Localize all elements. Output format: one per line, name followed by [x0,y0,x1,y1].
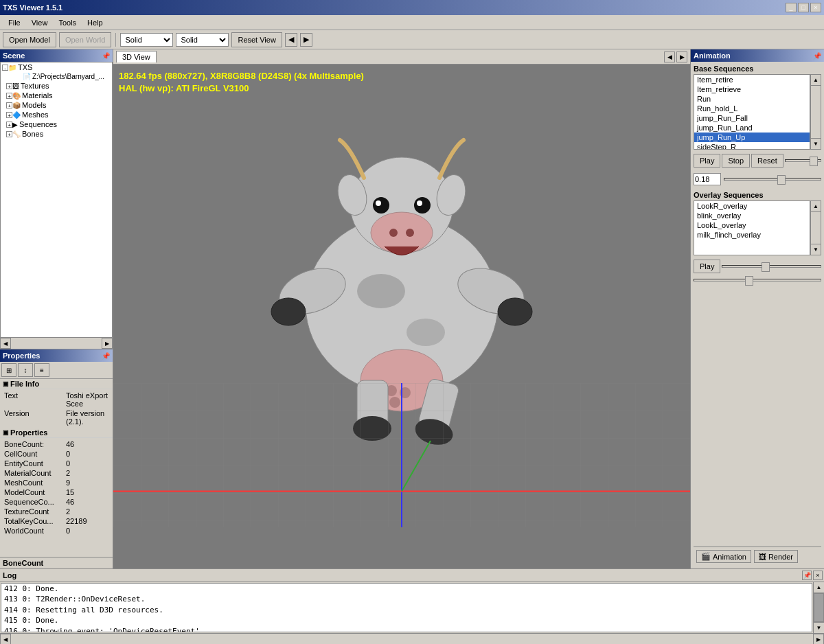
right-bottom-tabs: 🎬 Animation 🖼 Render [694,547,821,566]
scroll-up-btn[interactable]: ▲ [811,75,821,86]
tab-animation-btn[interactable]: 🎬 Animation [696,550,751,563]
log-close-btn[interactable]: × [813,571,823,580]
overlay-scroll-down[interactable]: ▼ [811,244,821,255]
overlay-scroll-up[interactable]: ▲ [811,201,821,212]
tree-item-meshes[interactable]: + 🔷 Meshes [1,110,112,119]
tree-item-txs[interactable]: - 📁 TXS [1,62,112,72]
expand-bones[interactable]: + [6,131,12,137]
anim-item-run-hold-l[interactable]: Run_hold_L [694,104,810,113]
overlay-sequences-list[interactable]: LookR_overlay blink_overlay LookL_overla… [694,200,810,255]
overlay-item-lookr[interactable]: LookR_overlay [694,201,810,211]
menu-view[interactable]: View [26,17,54,28]
reset-button[interactable]: Reset [751,154,783,168]
play-button[interactable]: Play [694,154,720,168]
anim-item-run[interactable]: Run [694,94,810,104]
scene-pin-icon[interactable]: 📌 [102,52,110,60]
overlay-item-milk-flinch[interactable]: milk_flinch_overlay [694,230,810,240]
tree-item-sequences[interactable]: + ▶ Sequences [1,119,112,129]
time-value-input[interactable]: 0.18 [694,173,721,185]
log-scroll-thumb[interactable] [814,593,824,622]
open-model-button[interactable]: Open Model [3,32,56,47]
props-btn3[interactable]: ≡ [34,363,49,377]
tree-item-bones[interactable]: + 🦴 Bones [1,129,112,139]
overlay-weight-slider[interactable] [694,279,821,281]
menu-tools[interactable]: Tools [53,17,82,28]
expand-meshes[interactable]: + [6,112,12,118]
props-btn1[interactable]: ⊞ [1,363,16,377]
tree-item-materials[interactable]: + 🎨 Materials [1,91,112,100]
tab-render-btn[interactable]: 🖼 Render [754,550,798,563]
tree-hscroll[interactable]: ◀ ▶ [0,338,113,349]
scroll-right-btn[interactable]: ▶ [102,338,113,349]
minimize-button[interactable]: _ [786,3,797,12]
prop-sequenceco-value: 46 [66,498,108,506]
tree-item-models[interactable]: + 📦 Models [1,100,112,110]
toolbar-icon2[interactable]: ▶ [300,33,312,47]
time-slider[interactable] [724,178,821,181]
expand-models[interactable]: + [6,102,12,108]
speed-slider-thumb[interactable] [810,157,818,166]
props-btn2[interactable]: ↕ [18,363,33,377]
overlay-play-button[interactable]: Play [694,260,720,273]
overlay-speed-thumb[interactable] [762,262,770,272]
anim-item-jump-run-fall[interactable]: jump_Run_Fall [694,113,810,123]
overlay-scrollbar[interactable]: ▲ ▼ [810,200,821,255]
overlay-item-lookl[interactable]: LookL_overlay [694,220,810,230]
menu-file[interactable]: File [3,17,26,28]
menu-help[interactable]: Help [82,17,108,28]
anim-item-sidestep-r[interactable]: sideStep_R [694,142,810,150]
view-prev-btn[interactable]: ◀ [664,51,675,62]
speed-slider[interactable] [785,159,821,162]
window-controls[interactable]: _ □ × [786,3,821,12]
anim-item-jump-run-up[interactable]: jump_Run_Up [694,133,810,142]
expand-txs[interactable]: - [2,65,8,71]
animation-panel-header: Animation 📌 [691,49,824,62]
tree-item-textures[interactable]: + 🖼 Textures [1,81,112,91]
log-hscroll-left[interactable]: ◀ [0,634,11,644]
overlay-speed-slider[interactable] [722,265,821,268]
tree-item-path[interactable]: 📄 Z:\Projects\Barnyard_... [1,72,112,81]
shading2-select[interactable]: Solid Wireframe [176,33,229,47]
log-hscrollbar[interactable]: ◀ ▶ [0,633,824,644]
file-info-section[interactable]: ▣ File Info [0,379,113,389]
scroll-left-btn[interactable]: ◀ [0,338,11,349]
base-seq-scrollbar[interactable]: ▲ ▼ [810,74,821,150]
log-scroll-down[interactable]: ▼ [814,622,824,633]
base-sequences-list[interactable]: Item_retire Item_retrieve Run Run_hold_L… [694,74,810,150]
view-tab-3d[interactable]: 3D View [116,51,157,62]
scene-tree[interactable]: - 📁 TXS 📄 Z:\Projects\Barnyard_... + 🖼 T… [0,62,113,338]
log-pin-btn[interactable]: 📌 [802,571,812,580]
file-info-collapse[interactable]: ▣ [3,380,9,387]
viewport[interactable]: 182.64 fps (880x727), X8R8G8B8 (D24S8) (… [113,65,690,568]
expand-materials[interactable]: + [6,93,12,99]
reset-view-button[interactable]: Reset View [231,32,282,47]
log-scrollbar[interactable]: ▲ ▼ [813,582,824,633]
time-slider-thumb[interactable] [777,175,786,185]
expand-textures[interactable]: + [6,83,12,89]
scroll-down-btn[interactable]: ▼ [811,138,821,149]
anim-item-retire[interactable]: Item_retire [694,75,810,84]
properties-section[interactable]: ▣ Properties [0,428,113,438]
animation-pin-icon[interactable]: 📌 [813,52,821,60]
log-controls: 📌 × [801,569,824,582]
expand-sequences[interactable]: + [6,122,12,128]
open-world-button[interactable]: Open World [59,32,112,47]
log-scroll-up[interactable]: ▲ [814,582,824,593]
maximize-button[interactable]: □ [798,3,809,12]
log-content[interactable]: 412 0: Done. 413 0: T2Render::OnDeviceRe… [1,583,812,632]
log-hscroll-right[interactable]: ▶ [813,634,824,644]
path-icon: 📄 [23,73,31,80]
props-collapse[interactable]: ▣ [3,429,9,436]
prop-entitycount: EntityCount 0 [1,459,111,468]
anim-item-retrieve[interactable]: Item_retrieve [694,84,810,94]
scroll-track[interactable] [11,338,102,349]
properties-pin-icon[interactable]: 📌 [102,352,110,360]
toolbar-icon1[interactable]: ◀ [285,33,297,47]
view-next-btn[interactable]: ▶ [676,51,687,62]
anim-item-jump-run-land[interactable]: jump_Run_Land [694,123,810,133]
stop-button[interactable]: Stop [722,154,750,168]
overlay-weight-thumb[interactable] [745,276,753,286]
overlay-item-blink[interactable]: blink_overlay [694,211,810,220]
shading-select[interactable]: Solid Wireframe Points [120,33,173,47]
close-button[interactable]: × [810,3,821,12]
